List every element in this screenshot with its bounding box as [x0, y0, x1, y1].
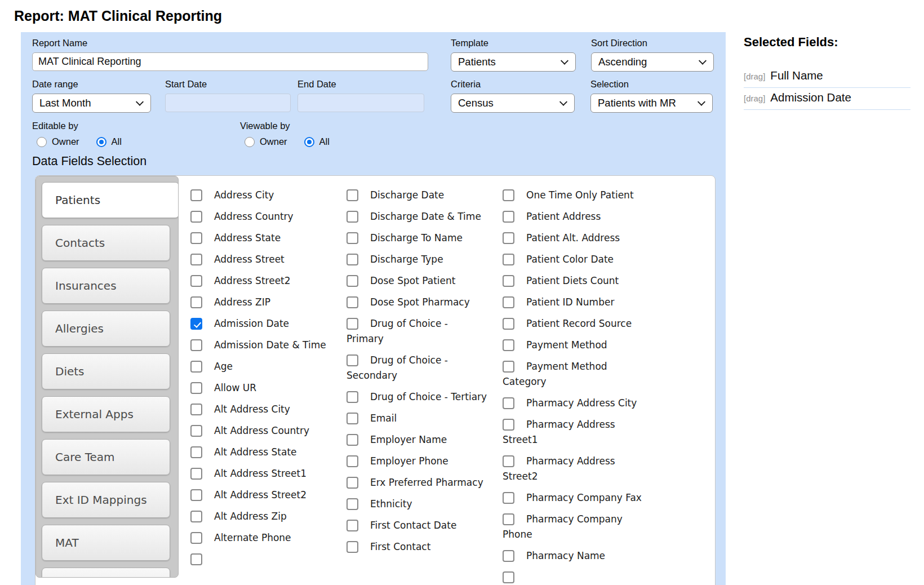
field-item[interactable]: Age: [190, 359, 331, 374]
checkbox-icon[interactable]: [190, 254, 202, 265]
field-item[interactable]: Address Street2: [190, 273, 331, 289]
checkbox-icon[interactable]: [190, 211, 202, 223]
field-item[interactable]: Pharmacy Address City: [503, 396, 643, 411]
field-item[interactable]: Patient Color Date: [503, 252, 643, 267]
field-item[interactable]: [503, 570, 643, 585]
tab-allergies[interactable]: Allergies: [42, 311, 170, 347]
report-name-input[interactable]: [32, 52, 428, 71]
field-item[interactable]: Address Country: [190, 209, 331, 224]
field-item[interactable]: Payment Method Category: [503, 359, 643, 389]
checkbox-icon[interactable]: [190, 361, 202, 373]
field-item[interactable]: Pharmacy Company Fax: [503, 490, 643, 506]
drag-handle[interactable]: [drag]: [744, 94, 765, 103]
field-item[interactable]: Erx Preferred Pharmacy: [346, 475, 487, 490]
checkbox-icon[interactable]: [190, 425, 202, 437]
field-item[interactable]: Employer Phone: [346, 454, 487, 469]
checkbox-icon[interactable]: [190, 189, 202, 201]
template-select[interactable]: Patients: [451, 52, 576, 72]
checkbox-icon[interactable]: [503, 189, 514, 201]
viewable-by-owner-radio[interactable]: [245, 137, 255, 147]
field-item[interactable]: Patient Record Source: [503, 316, 643, 331]
checkbox-icon[interactable]: [346, 318, 358, 330]
field-item[interactable]: Address City: [190, 188, 331, 203]
selection-select[interactable]: Patients with MR: [590, 94, 713, 113]
field-item[interactable]: Patient Diets Count: [503, 273, 643, 289]
field-item[interactable]: First Contact: [346, 539, 487, 555]
checkbox-icon[interactable]: [190, 404, 202, 415]
checkbox-icon[interactable]: [346, 391, 358, 403]
field-item[interactable]: Patient Address: [503, 209, 643, 224]
checkbox-icon[interactable]: [503, 254, 514, 265]
checkbox-icon[interactable]: [346, 498, 358, 510]
field-item[interactable]: Ethnicity: [346, 497, 487, 512]
field-item[interactable]: Drug of Choice - Secondary: [346, 353, 487, 383]
checkbox-icon[interactable]: [503, 318, 514, 330]
tab-contacts[interactable]: Contacts: [42, 225, 170, 261]
drag-handle[interactable]: [drag]: [744, 72, 765, 81]
field-item[interactable]: Pharmacy Address Street1: [503, 417, 643, 447]
checkbox-icon[interactable]: [503, 296, 514, 308]
field-item[interactable]: Address State: [190, 231, 331, 246]
checkbox-icon[interactable]: [190, 532, 202, 544]
viewable-by-all-radio[interactable]: [304, 137, 314, 147]
checkbox-icon[interactable]: [346, 296, 358, 308]
field-item[interactable]: Employer Name: [346, 432, 487, 447]
field-item[interactable]: Discharge Date & Time: [346, 209, 487, 224]
checkbox-icon[interactable]: [503, 455, 514, 467]
field-item[interactable]: Payment Method: [503, 338, 643, 353]
selected-field-full-name[interactable]: [drag] Full Name: [744, 66, 910, 88]
checkbox-icon[interactable]: [346, 232, 358, 244]
checkbox-icon[interactable]: [190, 446, 202, 458]
checkbox-icon[interactable]: [503, 339, 514, 351]
checkbox-icon[interactable]: [503, 232, 514, 244]
checkbox-icon[interactable]: [503, 361, 514, 373]
field-item[interactable]: Alt Address State: [190, 445, 331, 460]
checkbox-icon[interactable]: [346, 520, 358, 531]
field-item[interactable]: Pharmacy Address Street2: [503, 454, 643, 484]
checkbox-icon[interactable]: [346, 541, 358, 553]
date-range-select[interactable]: Last Month: [32, 94, 151, 113]
field-item[interactable]: Alt Address Street1: [190, 466, 331, 481]
tab-ext-id-mappings[interactable]: Ext ID Mappings: [42, 482, 170, 518]
checkbox-icon[interactable]: [346, 354, 358, 366]
field-item[interactable]: Pharmacy Name: [503, 548, 643, 564]
tab-insurances[interactable]: Insurances: [42, 268, 170, 304]
field-item[interactable]: [190, 552, 331, 567]
field-item[interactable]: Dose Spot Patient: [346, 273, 487, 289]
tab-external-apps[interactable]: External Apps: [42, 396, 170, 432]
field-item[interactable]: First Contact Date: [346, 518, 487, 533]
field-item[interactable]: Dose Spot Pharmacy: [346, 295, 487, 310]
checkbox-icon[interactable]: [503, 275, 514, 287]
checkbox-icon[interactable]: [190, 489, 202, 501]
checkbox-icon[interactable]: [190, 382, 202, 394]
field-item[interactable]: Address ZIP: [190, 295, 331, 310]
checkbox-icon[interactable]: [346, 211, 358, 223]
checkbox-icon[interactable]: [346, 254, 358, 265]
field-item[interactable]: Alt Address Country: [190, 423, 331, 438]
field-item[interactable]: Discharge To Name: [346, 231, 487, 246]
criteria-select[interactable]: Census: [451, 94, 575, 113]
checkbox-icon[interactable]: [503, 397, 514, 409]
checkbox-icon[interactable]: [503, 211, 514, 223]
field-item[interactable]: Pharmacy Company Phone: [503, 512, 643, 542]
checkbox-icon[interactable]: [190, 339, 202, 351]
checkbox-icon[interactable]: [346, 434, 358, 446]
checkbox-icon[interactable]: [346, 455, 358, 467]
checkbox-checked-icon[interactable]: [190, 318, 202, 330]
checkbox-icon[interactable]: [503, 492, 514, 504]
checkbox-icon[interactable]: [190, 296, 202, 308]
tab-patients[interactable]: Patients: [42, 182, 179, 218]
checkbox-icon[interactable]: [503, 571, 514, 583]
field-item[interactable]: Drug of Choice - Tertiary: [346, 389, 487, 405]
checkbox-icon[interactable]: [190, 275, 202, 287]
checkbox-icon[interactable]: [503, 513, 514, 525]
checkbox-icon[interactable]: [190, 511, 202, 522]
field-item[interactable]: Patient ID Number: [503, 295, 643, 310]
checkbox-icon[interactable]: [503, 550, 514, 562]
checkbox-icon[interactable]: [346, 477, 358, 489]
sort-direction-select[interactable]: Ascending: [591, 52, 714, 72]
tab-mat[interactable]: MAT: [42, 525, 170, 561]
tab-care-team[interactable]: Care Team: [42, 439, 170, 475]
field-item[interactable]: Allow UR: [190, 380, 331, 396]
field-item[interactable]: One Time Only Patient: [503, 188, 643, 203]
